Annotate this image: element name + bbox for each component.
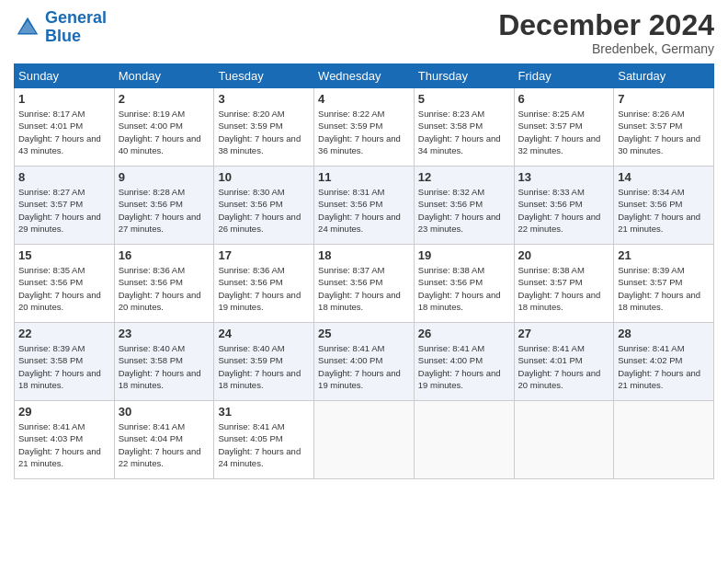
sunset: Sunset: 3:56 PM [318, 277, 382, 287]
calendar-week-row: 29 Sunrise: 8:41 AM Sunset: 4:03 PM Dayl… [15, 401, 714, 479]
day-info: Sunrise: 8:41 AM Sunset: 4:05 PM Dayligh… [218, 420, 310, 469]
sunrise: Sunrise: 8:28 AM [119, 187, 185, 197]
table-row: 20 Sunrise: 8:38 AM Sunset: 3:57 PM Dayl… [514, 245, 614, 323]
daylight: Daylight: 7 hours and 29 minutes. [18, 212, 101, 234]
table-row: 17 Sunrise: 8:36 AM Sunset: 3:56 PM Dayl… [214, 245, 314, 323]
daylight: Daylight: 7 hours and 21 minutes. [18, 446, 101, 468]
day-info: Sunrise: 8:33 AM Sunset: 3:56 PM Dayligh… [518, 186, 610, 235]
sunset: Sunset: 3:59 PM [218, 121, 282, 131]
sunrise: Sunrise: 8:41 AM [18, 421, 85, 431]
table-row: 3 Sunrise: 8:20 AM Sunset: 3:59 PM Dayli… [214, 88, 314, 167]
sunrise: Sunrise: 8:39 AM [18, 343, 85, 353]
sunrise: Sunrise: 8:41 AM [418, 343, 484, 353]
day-number: 8 [18, 170, 110, 184]
logo-general: General [45, 8, 107, 27]
day-number: 15 [18, 248, 110, 262]
day-info: Sunrise: 8:41 AM Sunset: 4:02 PM Dayligh… [618, 342, 710, 391]
daylight: Daylight: 7 hours and 19 minutes. [418, 368, 501, 390]
table-row: 28 Sunrise: 8:41 AM Sunset: 4:02 PM Dayl… [614, 323, 714, 401]
title-area: December 2024 Bredenbek, Germany [498, 9, 714, 56]
sunrise: Sunrise: 8:40 AM [218, 343, 284, 353]
daylight: Daylight: 7 hours and 18 minutes. [618, 290, 700, 312]
table-row [614, 401, 714, 479]
day-number: 12 [418, 170, 510, 184]
day-info: Sunrise: 8:23 AM Sunset: 3:58 PM Dayligh… [418, 108, 510, 156]
sunrise: Sunrise: 8:33 AM [518, 187, 585, 197]
sunset: Sunset: 3:57 PM [518, 277, 583, 287]
table-row: 26 Sunrise: 8:41 AM Sunset: 4:00 PM Dayl… [414, 323, 514, 401]
sunrise: Sunrise: 8:39 AM [618, 265, 684, 275]
logo: General Blue [14, 9, 107, 46]
table-row: 23 Sunrise: 8:40 AM Sunset: 3:58 PM Dayl… [114, 323, 214, 401]
table-row: 13 Sunrise: 8:33 AM Sunset: 3:56 PM Dayl… [514, 167, 614, 245]
sunset: Sunset: 4:01 PM [18, 121, 83, 131]
table-row: 11 Sunrise: 8:31 AM Sunset: 3:56 PM Dayl… [314, 167, 415, 245]
day-info: Sunrise: 8:40 AM Sunset: 3:58 PM Dayligh… [119, 342, 210, 391]
sunrise: Sunrise: 8:31 AM [318, 187, 384, 197]
logo-icon [14, 14, 41, 41]
sunset: Sunset: 3:59 PM [218, 355, 282, 365]
col-wednesday: Wednesday [314, 64, 415, 88]
day-info: Sunrise: 8:35 AM Sunset: 3:56 PM Dayligh… [18, 264, 110, 313]
table-row: 29 Sunrise: 8:41 AM Sunset: 4:03 PM Dayl… [15, 401, 115, 479]
day-number: 20 [518, 248, 610, 262]
sunrise: Sunrise: 8:20 AM [218, 109, 284, 119]
day-info: Sunrise: 8:31 AM Sunset: 3:56 PM Dayligh… [318, 186, 410, 235]
sunset: Sunset: 4:03 PM [18, 433, 83, 443]
sunrise: Sunrise: 8:36 AM [218, 265, 284, 275]
calendar-week-row: 15 Sunrise: 8:35 AM Sunset: 3:56 PM Dayl… [15, 245, 714, 323]
day-number: 31 [218, 405, 310, 419]
daylight: Daylight: 7 hours and 18 minutes. [318, 290, 401, 312]
sunrise: Sunrise: 8:23 AM [418, 109, 484, 119]
sunrise: Sunrise: 8:37 AM [318, 265, 384, 275]
sunset: Sunset: 3:57 PM [618, 277, 682, 287]
table-row: 5 Sunrise: 8:23 AM Sunset: 3:58 PM Dayli… [414, 88, 514, 167]
daylight: Daylight: 7 hours and 40 minutes. [119, 133, 201, 155]
day-info: Sunrise: 8:39 AM Sunset: 3:58 PM Dayligh… [18, 342, 110, 391]
calendar-header-row: Sunday Monday Tuesday Wednesday Thursday… [15, 64, 714, 88]
day-info: Sunrise: 8:41 AM Sunset: 4:00 PM Dayligh… [318, 342, 410, 391]
day-info: Sunrise: 8:19 AM Sunset: 4:00 PM Dayligh… [119, 108, 210, 156]
day-info: Sunrise: 8:41 AM Sunset: 4:00 PM Dayligh… [418, 342, 510, 391]
daylight: Daylight: 7 hours and 24 minutes. [318, 212, 401, 234]
sunset: Sunset: 3:57 PM [618, 121, 682, 131]
sunset: Sunset: 3:56 PM [518, 199, 583, 209]
day-number: 7 [618, 92, 710, 106]
daylight: Daylight: 7 hours and 36 minutes. [318, 133, 401, 155]
table-row: 12 Sunrise: 8:32 AM Sunset: 3:56 PM Dayl… [414, 167, 514, 245]
daylight: Daylight: 7 hours and 38 minutes. [218, 133, 301, 155]
table-row: 19 Sunrise: 8:38 AM Sunset: 3:56 PM Dayl… [414, 245, 514, 323]
day-number: 24 [218, 327, 310, 340]
page-container: General Blue December 2024 Bredenbek, Ge… [0, 0, 728, 484]
day-number: 26 [418, 327, 510, 340]
sunset: Sunset: 3:56 PM [318, 199, 382, 209]
sunset: Sunset: 3:58 PM [119, 355, 183, 365]
daylight: Daylight: 7 hours and 18 minutes. [18, 368, 101, 390]
day-number: 28 [618, 327, 710, 340]
sunrise: Sunrise: 8:41 AM [318, 343, 384, 353]
day-info: Sunrise: 8:40 AM Sunset: 3:59 PM Dayligh… [218, 342, 310, 391]
sunset: Sunset: 3:56 PM [418, 277, 483, 287]
sunrise: Sunrise: 8:35 AM [18, 265, 85, 275]
daylight: Daylight: 7 hours and 32 minutes. [518, 133, 601, 155]
day-info: Sunrise: 8:36 AM Sunset: 3:56 PM Dayligh… [119, 264, 210, 313]
table-row: 4 Sunrise: 8:22 AM Sunset: 3:59 PM Dayli… [314, 88, 415, 167]
day-info: Sunrise: 8:32 AM Sunset: 3:56 PM Dayligh… [418, 186, 510, 235]
daylight: Daylight: 7 hours and 19 minutes. [218, 290, 301, 312]
day-info: Sunrise: 8:36 AM Sunset: 3:56 PM Dayligh… [218, 264, 310, 313]
sunrise: Sunrise: 8:40 AM [119, 343, 185, 353]
day-number: 14 [618, 170, 710, 184]
sunrise: Sunrise: 8:41 AM [618, 343, 684, 353]
day-info: Sunrise: 8:17 AM Sunset: 4:01 PM Dayligh… [18, 108, 110, 156]
sunset: Sunset: 3:56 PM [218, 277, 282, 287]
sunrise: Sunrise: 8:17 AM [18, 109, 85, 119]
day-number: 11 [318, 170, 410, 184]
day-number: 23 [119, 327, 210, 340]
daylight: Daylight: 7 hours and 18 minutes. [418, 290, 501, 312]
sunrise: Sunrise: 8:38 AM [518, 265, 585, 275]
sunset: Sunset: 3:56 PM [119, 199, 183, 209]
table-row: 30 Sunrise: 8:41 AM Sunset: 4:04 PM Dayl… [114, 401, 214, 479]
daylight: Daylight: 7 hours and 22 minutes. [518, 212, 601, 234]
sunrise: Sunrise: 8:34 AM [618, 187, 684, 197]
col-tuesday: Tuesday [214, 64, 314, 88]
